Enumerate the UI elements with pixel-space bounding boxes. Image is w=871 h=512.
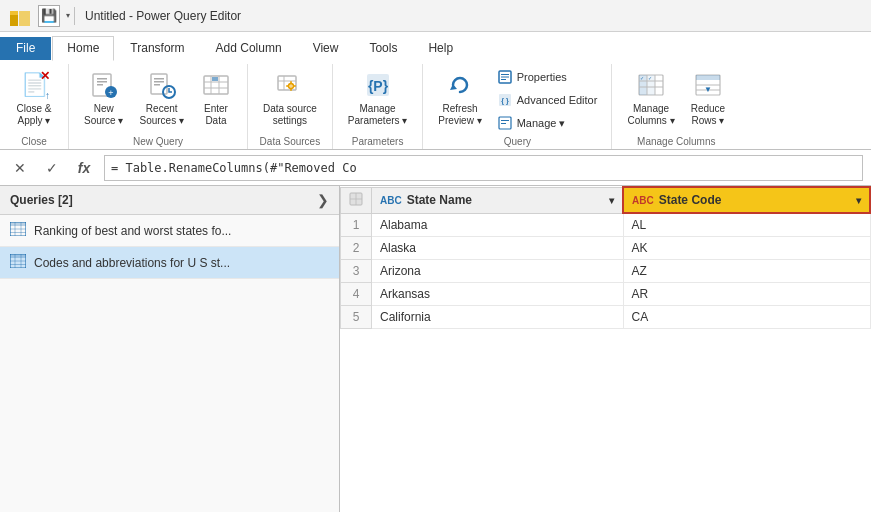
manage-columns-button[interactable]: ✓ ✓ ManageColumns ▾ [620, 64, 681, 132]
table-header-row: ABC State Name ▾ ABC State Code [341, 187, 871, 213]
formula-input[interactable] [104, 155, 863, 181]
svg-rect-19 [212, 77, 218, 81]
svg-rect-12 [154, 84, 160, 86]
title-bar: 💾 ▾ Untitled - Power Query Editor [0, 0, 871, 32]
enter-data-label: EnterData [204, 103, 228, 127]
manage-parameters-button[interactable]: {P} ManageParameters ▾ [341, 64, 414, 132]
recent-sources-label: RecentSources ▾ [139, 103, 183, 127]
table-row-3: 3 Arizona AZ [341, 260, 871, 283]
refresh-preview-button[interactable]: RefreshPreview ▾ [431, 64, 488, 132]
advanced-editor-icon: { } [497, 92, 513, 108]
sidebar-item-1-icon [10, 254, 26, 271]
state-code-type-icon: ABC [632, 195, 654, 206]
close-group-label: Close [8, 136, 60, 149]
manage-parameters-icon: {P} [362, 69, 394, 101]
svg-text:+: + [108, 88, 113, 98]
main-area: Queries [2] ❯ Ranking of best and worst … [0, 186, 871, 512]
ribbon-bar: 📄 ✕ ↑ Close &Apply ▾ Close [0, 60, 871, 150]
formula-cancel-button[interactable]: ✕ [8, 156, 32, 180]
formula-fx-button[interactable]: fx [72, 156, 96, 180]
sidebar-item-1-label: Codes and abbreviations for U S st... [34, 256, 329, 270]
recent-sources-button[interactable]: RecentSources ▾ [132, 64, 190, 132]
tab-addcolumn[interactable]: Add Column [201, 36, 297, 60]
state-code-2: AK [623, 237, 870, 260]
title-divider [74, 7, 75, 25]
col-header-state-name[interactable]: ABC State Name ▾ [372, 187, 624, 213]
state-code-3: AZ [623, 260, 870, 283]
manage-label: Manage ▾ [517, 117, 566, 130]
query-small-buttons: Properties { } Advanced Editor [491, 66, 604, 134]
close-apply-label: Close &Apply ▾ [16, 103, 51, 127]
table-row-1: 1 Alabama AL [341, 213, 871, 237]
sidebar-item-0-label: Ranking of best and worst states fo... [34, 224, 329, 238]
managecolumns-group-label: Manage Columns [620, 136, 732, 149]
formula-bar: ✕ ✓ fx [0, 150, 871, 186]
svg-rect-6 [97, 84, 103, 86]
table-body: 1 Alabama AL 2 Alaska AK 3 Arizona AZ 4 … [341, 213, 871, 329]
tab-help[interactable]: Help [413, 36, 468, 60]
properties-button[interactable]: Properties [491, 66, 604, 88]
ribbon-group-parameters-content: {P} ManageParameters ▾ [341, 64, 414, 134]
state-name-col-label: State Name [407, 193, 472, 207]
svg-rect-35 [501, 79, 506, 80]
save-button[interactable]: 💾 [38, 5, 60, 27]
state-code-col-dropdown[interactable]: ▾ [856, 195, 861, 206]
manage-button[interactable]: Manage ▾ [491, 112, 604, 134]
new-source-button[interactable]: + NewSource ▾ [77, 64, 130, 132]
svg-rect-56 [10, 222, 26, 226]
sidebar-collapse-button[interactable]: ❯ [317, 192, 329, 208]
row-num-5: 5 [341, 306, 372, 329]
recent-sources-icon [146, 69, 178, 101]
sidebar: Queries [2] ❯ Ranking of best and worst … [0, 186, 340, 512]
close-apply-icon: 📄 ✕ ↑ [18, 69, 50, 101]
col-header-state-code[interactable]: ABC State Code ▾ [623, 187, 870, 213]
sidebar-item-0[interactable]: Ranking of best and worst states fo... [0, 215, 339, 247]
svg-rect-11 [154, 81, 164, 83]
properties-label: Properties [517, 71, 567, 83]
query-group-label: Query [431, 136, 603, 149]
tab-tools[interactable]: Tools [354, 36, 412, 60]
reduce-rows-button[interactable]: ▼ ReduceRows ▾ [684, 64, 732, 132]
app-title: Untitled - Power Query Editor [85, 9, 241, 23]
ribbon-group-newquery: + NewSource ▾ RecentSources ▾ [69, 64, 248, 149]
ribbon-group-query: RefreshPreview ▾ Properties [423, 64, 612, 149]
svg-rect-34 [501, 77, 509, 78]
data-source-settings-button[interactable]: Data sourcesettings [256, 64, 324, 132]
svg-rect-62 [10, 254, 26, 258]
tab-view[interactable]: View [298, 36, 354, 60]
title-dropdown-arrow[interactable]: ▾ [66, 11, 70, 20]
ribbon-group-datasources: Data sourcesettings Data Sources [248, 64, 333, 149]
enter-data-button[interactable]: EnterData [193, 64, 239, 132]
state-name-5: California [372, 306, 624, 329]
close-apply-button[interactable]: 📄 ✕ ↑ Close &Apply ▾ [8, 64, 60, 132]
ribbon-group-datasources-content: Data sourcesettings [256, 64, 324, 134]
tab-home[interactable]: Home [52, 36, 114, 61]
manage-parameters-label: ManageParameters ▾ [348, 103, 407, 127]
data-area: ABC State Name ▾ ABC State Code [340, 186, 871, 512]
tab-transform[interactable]: Transform [115, 36, 199, 60]
sidebar-header: Queries [2] ❯ [0, 186, 339, 215]
sidebar-item-0-icon [10, 222, 26, 239]
state-name-2: Alaska [372, 237, 624, 260]
svg-rect-4 [97, 78, 107, 80]
newquery-group-label: New Query [77, 136, 239, 149]
advanced-editor-button[interactable]: { } Advanced Editor [491, 89, 604, 111]
properties-icon [497, 69, 513, 85]
data-source-settings-icon [274, 69, 306, 101]
table-row-2: 2 Alaska AK [341, 237, 871, 260]
parameters-group-label: Parameters [341, 136, 414, 149]
tab-file[interactable]: File [0, 37, 51, 60]
svg-marker-31 [450, 84, 457, 90]
ribbon-group-close: 📄 ✕ ↑ Close &Apply ▾ Close [0, 64, 69, 149]
state-name-3: Arizona [372, 260, 624, 283]
formula-confirm-button[interactable]: ✓ [40, 156, 64, 180]
ribbon-group-parameters: {P} ManageParameters ▾ Parameters [333, 64, 423, 149]
manage-icon [497, 115, 513, 131]
svg-point-24 [290, 85, 292, 87]
data-table: ABC State Name ▾ ABC State Code [340, 186, 871, 329]
state-name-col-dropdown[interactable]: ▾ [609, 195, 614, 206]
row-num-1: 1 [341, 213, 372, 237]
reduce-rows-label: ReduceRows ▾ [691, 103, 725, 127]
sidebar-item-1[interactable]: Codes and abbreviations for U S st... [0, 247, 339, 279]
svg-rect-25 [290, 81, 292, 83]
